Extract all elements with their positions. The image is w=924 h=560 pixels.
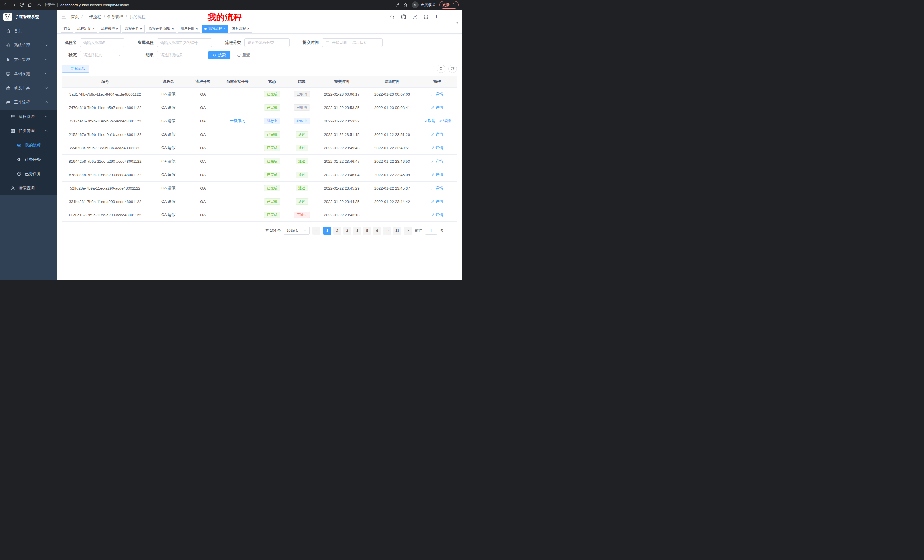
tab-2[interactable]: 流程模型× <box>99 25 121 33</box>
chevron-down-icon <box>283 41 286 44</box>
more-pages-button[interactable] <box>383 227 391 235</box>
security-warning-icon <box>37 3 41 7</box>
next-page-button[interactable] <box>404 227 412 235</box>
bookmark-star-icon[interactable] <box>404 3 408 7</box>
tab-5[interactable]: 用户分组× <box>178 25 201 33</box>
breadcrumb-item[interactable]: 工作流程 <box>85 14 101 19</box>
category-select[interactable]: 请选择流程分类 <box>244 38 290 47</box>
detail-link[interactable]: 详情 <box>431 132 443 137</box>
status-tag: 已完成 <box>264 185 280 191</box>
page-button-6[interactable]: 6 <box>373 227 381 235</box>
password-key-icon[interactable] <box>395 3 399 7</box>
help-icon[interactable]: ? <box>412 15 417 19</box>
prev-page-button[interactable] <box>312 227 320 235</box>
detail-link[interactable]: 详情 <box>431 186 443 191</box>
close-icon[interactable]: × <box>223 27 226 30</box>
search-button[interactable]: 搜索 <box>208 51 230 59</box>
breadcrumb-item[interactable]: 任务管理 <box>107 14 123 19</box>
breadcrumb-item[interactable]: 首页 <box>71 14 79 19</box>
process-definition-input[interactable] <box>157 38 212 47</box>
address-bar[interactable]: 不安全 dashboard.yudao.iocoder.cn/bpm/task/… <box>37 2 392 7</box>
process-name-input[interactable] <box>80 38 124 47</box>
sidebar-item-3[interactable]: 基础设施 <box>0 67 57 81</box>
page-button-2[interactable]: 2 <box>333 227 341 235</box>
detail-link[interactable]: 详情 <box>439 118 451 124</box>
browser-reload-button[interactable] <box>20 3 24 7</box>
detail-link[interactable]: 详情 <box>431 172 443 177</box>
page-button-4[interactable]: 4 <box>353 227 361 235</box>
cell-end-time: 2022-01-22 23:45:37 <box>367 181 417 195</box>
page-size-select[interactable]: 10条/页 <box>284 227 309 235</box>
tags-bar: 首页流程定义×流程模型×流程表单×流程表单-编辑×用户分组×我的流程×发起流程× <box>57 24 462 34</box>
sidebar-item-7[interactable]: 任务管理 <box>0 124 57 138</box>
tab-0[interactable]: 首页 <box>61 25 73 33</box>
page-button-1[interactable]: 1 <box>323 227 331 235</box>
tab-3[interactable]: 流程表单× <box>122 25 145 33</box>
sidebar-item-4[interactable]: 研发工具 <box>0 81 57 95</box>
close-icon[interactable]: × <box>196 27 198 30</box>
sidebar-collapse-button[interactable] <box>61 14 66 19</box>
toggle-search-button[interactable] <box>437 64 446 73</box>
fullscreen-icon[interactable] <box>423 14 429 19</box>
user-menu[interactable]: ▾ <box>446 13 458 21</box>
close-icon[interactable]: × <box>92 27 94 30</box>
close-icon[interactable]: × <box>140 27 142 30</box>
detail-link[interactable]: 详情 <box>431 199 443 204</box>
cell-current-task <box>218 141 257 155</box>
page-annotation: 我的流程 <box>208 12 242 23</box>
sidebar-item-1[interactable]: 系统管理 <box>0 38 57 52</box>
result-select[interactable]: 请选择流结果 <box>157 51 202 59</box>
browser-back-button[interactable] <box>3 3 8 7</box>
tab-1[interactable]: 流程定义× <box>75 25 97 33</box>
page-button-11[interactable]: 11 <box>393 227 401 235</box>
header-search-icon[interactable] <box>390 14 395 19</box>
reset-button[interactable]: 重置 <box>233 51 254 59</box>
page-button-5[interactable]: 5 <box>363 227 371 235</box>
page-button-3[interactable]: 3 <box>343 227 351 235</box>
update-menu-button[interactable]: 更新 <box>440 1 459 9</box>
sidebar-item-10[interactable]: 已办任务 <box>0 167 57 181</box>
github-icon[interactable] <box>401 14 406 19</box>
current-task-link[interactable]: 一级审批 <box>230 119 245 123</box>
status-select[interactable]: 请选择状态 <box>80 51 124 59</box>
sidebar-item-0[interactable]: 首页 <box>0 24 57 38</box>
tab-4[interactable]: 流程表单-编辑× <box>146 25 177 33</box>
sidebar-item-9[interactable]: 待办任务 <box>0 153 57 167</box>
goto-page-input[interactable] <box>425 227 437 235</box>
cell-actions: 详情 <box>417 128 457 141</box>
refresh-table-button[interactable] <box>448 64 457 73</box>
detail-link[interactable]: 详情 <box>431 213 443 217</box>
close-icon[interactable]: × <box>116 27 118 30</box>
sidebar-item-5[interactable]: 工作流程 <box>0 95 57 109</box>
status-select-placeholder: 请选择状态 <box>83 52 102 58</box>
browser-forward-button[interactable] <box>11 3 16 7</box>
detail-link[interactable]: 详情 <box>431 145 443 150</box>
navbar-icons: ? TT ▾ <box>390 13 458 21</box>
create-process-button[interactable]: 发起流程 <box>62 65 89 73</box>
table-row: 03c6c157-7b9a-11ec-a290-acde48001122OA 请… <box>62 208 457 222</box>
incognito-chip[interactable]: 无痕模式 <box>412 1 435 8</box>
edit-icon <box>431 93 435 96</box>
sidebar-item-6[interactable]: 流程管理 <box>0 109 57 124</box>
screen: 不安全 dashboard.yudao.iocoder.cn/bpm/task/… <box>0 0 462 280</box>
infra-icon <box>6 72 11 76</box>
main: 首页/工作流程/任务管理/我的流程 我的流程 ? TT ▾ 首页流程定义×流程模… <box>57 10 462 280</box>
detail-link[interactable]: 详情 <box>431 91 443 97</box>
sidebar-item-2[interactable]: ¥支付管理 <box>0 52 57 67</box>
detail-link[interactable]: 详情 <box>431 105 443 110</box>
date-range-picker[interactable]: 开始日期 - 结束日期 <box>322 38 382 47</box>
tab-6[interactable]: 我的流程× <box>202 25 228 33</box>
font-size-icon[interactable]: TT <box>435 14 440 19</box>
result-tag: 通过 <box>296 145 308 151</box>
edit-icon <box>431 200 435 203</box>
cancel-link[interactable]: 取消 <box>423 118 435 124</box>
sidebar-item-8[interactable]: 我的流程 <box>0 138 57 153</box>
browser-home-button[interactable] <box>27 3 32 7</box>
sidebar-item-11[interactable]: 请假查询 <box>0 181 57 195</box>
tab-7[interactable]: 发起流程× <box>230 25 252 33</box>
sidebar-logo[interactable]: 芋道管理系统 <box>0 10 57 24</box>
app: 芋道管理系统 首页系统管理¥支付管理基础设施研发工具工作流程流程管理任务管理我的… <box>0 10 462 280</box>
close-icon[interactable]: × <box>172 27 174 30</box>
close-icon[interactable]: × <box>247 27 249 30</box>
detail-link[interactable]: 详情 <box>431 159 443 164</box>
